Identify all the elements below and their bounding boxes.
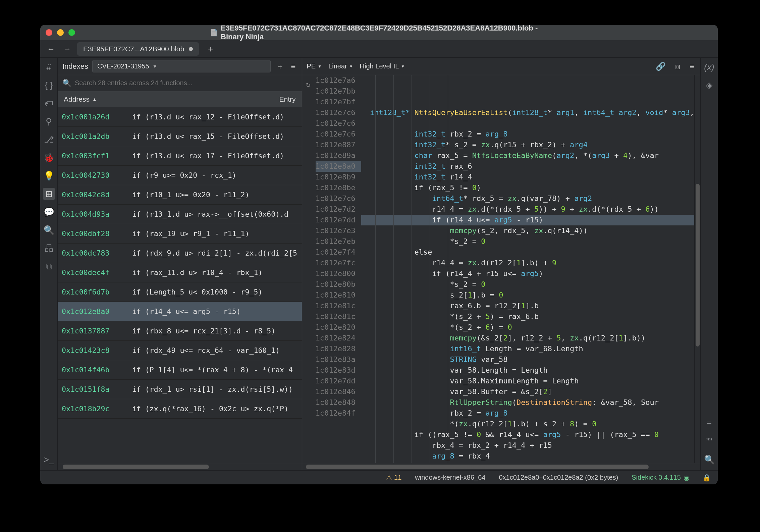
gutter-address[interactable]: 1c012e7e3 <box>316 225 361 236</box>
il-dropdown[interactable]: High Level IL▼ <box>360 62 405 70</box>
code-line[interactable]: *(s_2 + 6) = 0 <box>361 322 695 333</box>
gutter-address[interactable]: 1c012e7c6 <box>316 118 361 129</box>
vertical-scrollbar[interactable] <box>694 75 700 463</box>
code-line[interactable]: memcpy(&s_2[2], r12_2 + 5, zx.q(r12_2[1]… <box>361 333 695 343</box>
sync-icon[interactable]: ↻ <box>306 79 311 90</box>
nav-forward-button[interactable]: → <box>61 42 73 56</box>
code-area[interactable]: ↻ 1c012e7a61c012e7bb1c012e7bf1c012e7c61c… <box>302 75 695 463</box>
code-line[interactable]: *(zx.q(r12_2[1].b) + s_2 + 8) = 0 <box>361 419 695 429</box>
index-row[interactable]: 0x1c0137887if (rbx_8 u<= rcx_21[3].d - r… <box>58 321 302 341</box>
selection-label[interactable]: 0x1c012e8a0–0x1c012e8a2 (0x2 bytes) <box>499 474 618 481</box>
code-line[interactable]: rbx_4 = rbx_2 + r14_4 + r15 <box>361 440 695 451</box>
code-line[interactable]: int32_t* s_2 = zx.q(r15 + rbx_2) + arg4 <box>361 140 695 150</box>
code-line[interactable]: int32_t rax_6 <box>361 161 695 172</box>
graph-icon[interactable]: ⎇ <box>43 134 55 146</box>
variables-icon[interactable]: (x) <box>703 61 715 73</box>
gutter-address[interactable]: 1c012e800 <box>316 268 361 279</box>
index-row[interactable]: 0x1c0042c8dif (r10_1 u>= 0x20 - r11_2) <box>58 185 302 205</box>
gutter-address[interactable]: 1c012e81c <box>316 301 361 311</box>
index-menu-button[interactable]: ≡ <box>289 60 297 72</box>
gutter-address[interactable]: 1c012e848 <box>316 397 361 408</box>
code-line[interactable]: if (r14_4 + r15 u<= arg5) <box>361 268 695 279</box>
gutter-address[interactable]: 1c012e89a <box>316 150 361 161</box>
location-icon[interactable]: ⚲ <box>43 115 55 127</box>
index-row[interactable]: 0x1c001a26dif (r13.d u< rax_12 - FileOff… <box>58 107 302 127</box>
view-menu-button[interactable]: ≡ <box>688 60 696 72</box>
code-line[interactable]: RtlUpperString(DestinationString: &var_5… <box>361 397 695 408</box>
gutter-address[interactable]: 1c012e824 <box>316 333 361 343</box>
search-panel-icon[interactable]: 🔍 <box>703 454 715 466</box>
braces-icon[interactable]: { } <box>43 79 55 91</box>
code-line[interactable]: rbx_2 = arg_8 <box>361 408 695 419</box>
arch-label[interactable]: windows-kernel-x86_64 <box>415 474 485 481</box>
hierarchy-icon[interactable]: 品 <box>43 242 55 254</box>
warnings-indicator[interactable]: ⚠11 <box>386 474 401 482</box>
entry-column-header[interactable]: Entry <box>127 95 296 103</box>
gutter-address[interactable]: 1c012e83a <box>316 354 361 365</box>
sidekick-status[interactable]: Sidekick 0.4.115◉ <box>632 474 689 482</box>
gutter-address[interactable]: 1c012e8be <box>316 182 361 193</box>
link-icon[interactable]: 🔗 <box>654 60 667 72</box>
gutter-address[interactable]: 1c012e7c6 <box>316 193 361 204</box>
code-line[interactable]: *s_2 = 0 <box>361 236 695 247</box>
index-row[interactable]: 0x1c0151f8aif (rdx_1 u> rsi[1] - zx.d(rs… <box>58 380 302 399</box>
gutter-address[interactable]: 1c012e83d <box>316 365 361 376</box>
bulb-icon[interactable]: 💡 <box>43 170 55 182</box>
chat-icon[interactable]: 💬 <box>43 206 55 218</box>
code-line[interactable]: s_2[1].b = 0 <box>361 290 695 301</box>
code-line[interactable]: rax_6.b = r12_2[1].b <box>361 301 695 311</box>
index-row[interactable]: 0x1c00dc783if (rdx_9.d u> rdi_2[1] - zx.… <box>58 244 302 263</box>
code-line[interactable]: var_58.Length = Length <box>361 365 695 376</box>
gutter-address[interactable]: 1c012e828 <box>316 343 361 354</box>
gutter-address[interactable]: 1c012e7f4 <box>316 247 361 258</box>
scrollbar-thumb[interactable] <box>696 184 700 347</box>
terminal-icon[interactable]: >_ <box>43 454 55 466</box>
function-signature[interactable]: int128_t* NtfsQueryEaUserEaList(int128_t… <box>361 107 695 118</box>
lock-icon[interactable]: 🔒 <box>703 474 711 482</box>
code-line[interactable]: char rax_5 = NtfsLocateEaByName(arg2, *(… <box>361 150 695 161</box>
gutter-address[interactable]: 1c012e7fc <box>316 258 361 268</box>
gutter-address[interactable]: 1c012e7bb <box>316 86 361 97</box>
gutter-address[interactable]: 1c012e810 <box>316 290 361 301</box>
zoom-icon[interactable]: 🔍 <box>43 224 55 236</box>
format-dropdown[interactable]: PE▼ <box>307 62 322 70</box>
code-line[interactable]: if ((rax_5 != 0 && r14_4 u<= arg5 - r15)… <box>361 429 695 440</box>
gutter-address[interactable]: 1c012e7dd <box>316 215 361 225</box>
code-line[interactable]: var_58.MaximumLength = Length <box>361 376 695 386</box>
gutter-address[interactable]: 1c012e7eb <box>316 236 361 247</box>
code-horizontal-scrollbar[interactable] <box>302 463 701 470</box>
split-icon[interactable]: ⧈ <box>674 60 682 72</box>
file-tab[interactable]: E3E95FE072C7...A12B900.blob <box>77 42 199 56</box>
scrollbar-thumb[interactable] <box>306 465 648 469</box>
gutter-address[interactable]: 1c012e820 <box>316 322 361 333</box>
gutter-address[interactable]: 1c012e84f <box>316 408 361 419</box>
code-line[interactable]: if (rax_5 != 0) <box>361 182 695 193</box>
gutter-address[interactable]: 1c012e7dd <box>316 376 361 386</box>
new-tab-button[interactable]: ＋ <box>203 42 218 56</box>
code-line[interactable]: int32_t r14_4 <box>361 172 695 182</box>
gutter-address[interactable]: 1c012e81c <box>316 311 361 322</box>
gutter-address[interactable]: 1c012e7c6 <box>316 107 361 118</box>
index-row[interactable]: 0x1c001a2dbif (r13.d u< rax_15 - FileOff… <box>58 127 302 146</box>
index-row[interactable]: 0x1c003fcf1if (r13.d u< rax_17 - FileOff… <box>58 146 302 166</box>
index-row[interactable]: 0x1c012e8a0if (r14_4 u<= arg5 - r15) <box>58 302 302 321</box>
index-row[interactable]: 0x1c00dbf28if (rax_19 u> r9_1 - r11_1) <box>58 224 302 244</box>
index-row[interactable]: 0x1c004d93aif (r13_1.d u> rax->__offset(… <box>58 205 302 224</box>
hash-icon[interactable]: # <box>43 61 55 73</box>
quote-icon[interactable]: ”” <box>703 435 715 447</box>
nav-back-button[interactable]: ← <box>45 42 57 56</box>
gutter-address[interactable]: 1c012e8b9 <box>316 172 361 182</box>
index-select-dropdown[interactable]: CVE-2021-31955 ▼ <box>92 60 271 72</box>
gutter-address[interactable]: 1c012e846 <box>316 386 361 397</box>
gutter-address[interactable]: 1c012e7c6 <box>316 129 361 140</box>
code-line[interactable]: *s_2 = 0 <box>361 279 695 290</box>
blocks-icon[interactable]: ⧉ <box>43 260 55 272</box>
minimize-window-button[interactable] <box>57 29 64 36</box>
view-dropdown[interactable]: Linear▼ <box>328 62 353 70</box>
tag-icon[interactable]: 🏷 <box>43 97 55 109</box>
code-line[interactable]: arg_8 = rbx_4 <box>361 451 695 462</box>
code-line[interactable]: if (r14_4 u<= arg5 - r15) <box>361 215 695 225</box>
index-row[interactable]: 0x1c00dec4fif (rax_11.d u> r10_4 - rbx_1… <box>58 263 302 282</box>
horizontal-scrollbar[interactable] <box>58 463 302 470</box>
scrollbar-thumb[interactable] <box>63 465 209 469</box>
